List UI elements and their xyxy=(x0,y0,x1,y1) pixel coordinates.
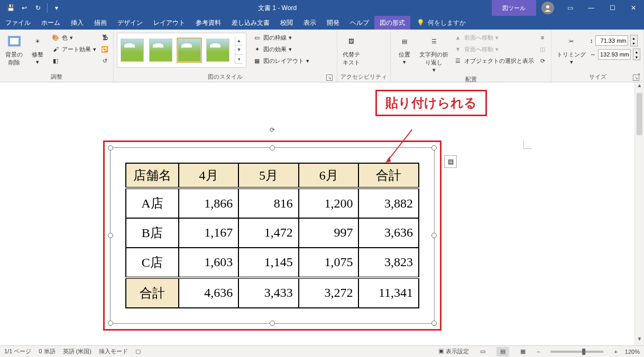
view-read-mode[interactable]: ▭ xyxy=(476,347,489,356)
annotation-highlight-frame: ⟳ 店舗名 4月 5月 6月 合計 xyxy=(103,140,441,331)
scroll-thumb[interactable] xyxy=(637,93,642,135)
style-thumb-2[interactable] xyxy=(149,39,172,62)
qat-customize[interactable]: ▾ xyxy=(50,2,63,14)
reset-picture-button[interactable]: ↺ xyxy=(99,55,110,67)
height-icon: ↕ xyxy=(590,37,593,44)
zoom-slider[interactable] xyxy=(550,351,603,353)
collapse-ribbon-button[interactable]: ˄ xyxy=(638,73,641,80)
tab-references[interactable]: 参考資料 xyxy=(190,16,226,30)
tell-me-search[interactable]: 💡 何をしますか xyxy=(410,16,466,30)
tab-review[interactable]: 校閲 xyxy=(275,16,298,30)
tab-view[interactable]: 表示 xyxy=(298,16,321,30)
tab-design[interactable]: デザイン xyxy=(112,16,148,30)
scroll-down-button[interactable]: ▼ xyxy=(635,336,644,345)
table-sum-row: 合計 4,6363,4333,27211,341 xyxy=(126,278,419,308)
macro-record-icon[interactable]: ▢ xyxy=(135,348,141,355)
styles-launcher[interactable]: ↘ xyxy=(326,74,333,81)
maximize-button[interactable]: ☐ xyxy=(602,0,623,16)
picture-effects-button[interactable]: ✦図の効果▾ xyxy=(252,43,310,55)
handle-bc[interactable] xyxy=(270,321,275,326)
display-settings-button[interactable]: ▣ 表示設定 xyxy=(438,347,469,355)
pasted-picture[interactable]: 店舗名 4月 5月 6月 合計 A店 1,8668161,2003,882 B店 xyxy=(125,163,419,308)
artistic-icon: 🖌 xyxy=(51,45,60,53)
tab-mailings[interactable]: 差し込み文書 xyxy=(226,16,275,30)
remove-background-button[interactable]: 背景の 削除 xyxy=(3,32,25,68)
handle-tl[interactable] xyxy=(108,145,113,151)
compress-pictures-button[interactable]: 🗜 xyxy=(99,32,110,43)
handle-tr[interactable] xyxy=(431,145,437,151)
compress-icon: 🗜 xyxy=(100,33,109,42)
bring-forward-button[interactable]: ▲前面へ移動▾ xyxy=(453,32,535,43)
document-area[interactable]: 貼り付けられる ⟳ 店舗名 4月 5月 xyxy=(0,82,644,345)
vertical-scrollbar[interactable]: ▲ ▼ xyxy=(634,82,644,345)
group-accessibility-label: アクセシビリティ xyxy=(341,72,387,82)
page-indicator[interactable]: 1/1 ページ xyxy=(4,347,31,355)
zoom-percentage[interactable]: 120% xyxy=(625,349,640,355)
selection-pane-button[interactable]: ☰オブジェクトの選択と表示 xyxy=(453,55,535,67)
style-thumb-1[interactable] xyxy=(121,39,144,62)
margin-marker xyxy=(523,140,532,149)
tab-insert[interactable]: 挿入 xyxy=(66,16,89,30)
tab-picture-format[interactable]: 図の形式 xyxy=(374,16,410,30)
close-button[interactable]: ✕ xyxy=(623,0,644,16)
zoom-out-button[interactable]: − xyxy=(537,349,540,355)
align-button[interactable]: ≡ xyxy=(537,32,548,43)
redo-button[interactable]: ↻ xyxy=(32,2,44,14)
handle-mr[interactable] xyxy=(431,233,437,238)
picture-layout-button[interactable]: ▦図のレイアウト▾ xyxy=(252,55,310,67)
color-button[interactable]: 🎨色▾ xyxy=(50,32,97,43)
zoom-in-button[interactable]: + xyxy=(614,349,617,355)
tab-layout[interactable]: レイアウト xyxy=(148,16,190,30)
layout-options-button[interactable]: ▤ xyxy=(444,155,457,168)
transparency-button[interactable]: ◧ xyxy=(50,55,97,67)
transparency-icon: ◧ xyxy=(51,57,60,65)
minimize-button[interactable]: — xyxy=(581,0,602,16)
corrections-button[interactable]: ☀ 修整▾ xyxy=(27,32,48,67)
th-apr: 4月 xyxy=(179,163,239,188)
group-size-label: サイズ↘ xyxy=(555,72,640,82)
save-button[interactable]: 💾 xyxy=(4,2,17,14)
view-web-layout[interactable]: ▦ xyxy=(517,347,529,356)
height-input[interactable] xyxy=(595,35,628,46)
view-print-layout[interactable]: ▤ xyxy=(496,347,509,356)
picture-selection[interactable]: 店舗名 4月 5月 6月 合計 A店 1,8668161,2003,882 B店 xyxy=(110,147,435,324)
handle-ml[interactable] xyxy=(108,233,113,238)
undo-button[interactable]: ↩ xyxy=(18,2,31,14)
alt-text-button[interactable]: 🖼 代替テ キスト xyxy=(341,32,362,68)
alt-text-icon: 🖼 xyxy=(343,33,360,50)
send-backward-button[interactable]: ▼背面へ移動▾ xyxy=(453,43,535,55)
tab-home[interactable]: ホーム xyxy=(36,16,66,30)
tab-file[interactable]: ファイル xyxy=(0,16,36,30)
group-button[interactable]: ◫ xyxy=(537,43,548,55)
account-avatar[interactable] xyxy=(541,2,554,14)
tab-draw[interactable]: 描画 xyxy=(89,16,112,30)
handle-br[interactable] xyxy=(431,321,437,326)
crop-button[interactable]: ✂トリミング▾ xyxy=(555,32,588,67)
handle-bl[interactable] xyxy=(108,321,113,326)
tab-help[interactable]: ヘルプ xyxy=(345,16,374,30)
artistic-effects-button[interactable]: 🖌アート効果▾ xyxy=(50,43,97,55)
handle-tc[interactable] xyxy=(270,145,275,151)
ribbon-display-options[interactable]: ▭ xyxy=(559,0,581,16)
group-accessibility: 🖼 代替テ キスト アクセシビリティ xyxy=(337,30,391,82)
rotation-handle[interactable]: ⟳ xyxy=(268,125,277,135)
tab-developer[interactable]: 開発 xyxy=(321,16,345,30)
picture-border-button[interactable]: ▭図の枠線▾ xyxy=(252,32,310,43)
table-row: C店 1,6031,1451,0753,823 xyxy=(126,248,419,278)
gallery-scroll[interactable]: ▲▼▾ xyxy=(235,36,243,64)
width-spinner[interactable]: ▲▼ xyxy=(633,49,640,60)
style-thumb-3[interactable] xyxy=(178,39,201,62)
rotate-button[interactable]: ⟳ xyxy=(537,55,548,67)
width-input[interactable] xyxy=(598,49,631,60)
style-thumb-4[interactable] xyxy=(206,39,229,62)
position-button[interactable]: ▤位置▾ xyxy=(394,32,415,67)
language-indicator[interactable]: 英語 (米国) xyxy=(63,347,91,355)
picture-styles-gallery[interactable]: ▲▼▾ xyxy=(117,33,246,68)
rotate-icon: ⟳ xyxy=(538,57,547,65)
word-count[interactable]: 0 単語 xyxy=(39,347,55,355)
scroll-up-button[interactable]: ▲ xyxy=(635,82,644,92)
height-spinner[interactable]: ▲▼ xyxy=(630,35,638,46)
wrap-text-button[interactable]: ☰文字列の折 り返し▾ xyxy=(417,32,450,74)
insert-mode-indicator[interactable]: 挿入モード xyxy=(99,347,128,355)
change-picture-button[interactable]: 🔁 xyxy=(99,43,110,55)
